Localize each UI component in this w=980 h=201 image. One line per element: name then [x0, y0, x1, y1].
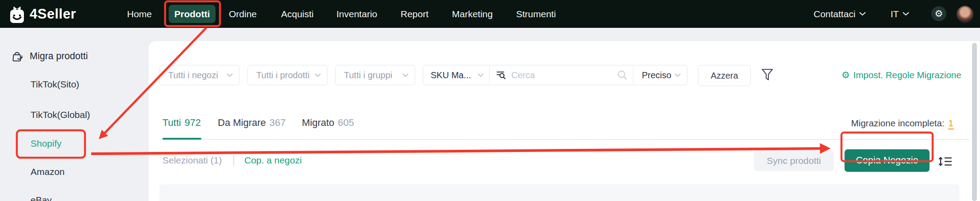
active-tab-underline	[162, 138, 201, 140]
tab-label: Tutti	[162, 117, 181, 128]
nav-item-home[interactable]: Home	[127, 0, 152, 28]
sku-match-dropdown[interactable]: SKU Ma...	[423, 65, 490, 85]
stores-dropdown[interactable]: Tutti i negozi	[159, 65, 239, 85]
tab-count: 605	[338, 117, 354, 128]
vertical-scrollbar[interactable]	[972, 43, 977, 201]
groups-dropdown-value: Tutti i gruppi	[344, 70, 392, 80]
tab-count: 972	[185, 117, 201, 128]
incomplete-label: Migrazione incompleta:	[851, 118, 945, 128]
shopping-bag-logo-icon	[9, 5, 25, 23]
chevron-down-icon	[315, 73, 321, 77]
search-group: SKU Ma... Preciso	[423, 65, 687, 85]
chevron-down-icon	[227, 73, 233, 77]
sidebar-item-tiktok-global[interactable]: TikTok(Global)	[31, 110, 90, 120]
incomplete-migration-status: Migrazione incompleta:1	[851, 118, 954, 129]
nav-item-marketing[interactable]: Marketing	[452, 0, 493, 28]
match-mode-value: Preciso	[642, 70, 671, 80]
search-options-icon	[496, 70, 506, 80]
nav-item-report[interactable]: Report	[401, 0, 428, 28]
tab-da-migrare[interactable]: Da Migrare367	[218, 117, 286, 129]
chevron-down-icon	[478, 73, 484, 77]
tab-count: 367	[270, 117, 286, 128]
tab-label: Migrato	[302, 117, 334, 128]
migration-rules-label: Impost. Regole Migrazione	[853, 70, 961, 80]
sidebar-section-label: Migra prodotti	[30, 51, 88, 62]
language-label: IT	[891, 9, 899, 19]
search-icon[interactable]	[617, 70, 628, 80]
products-dropdown-value: Tutti i prodotti	[256, 70, 309, 80]
sidebar-item-tiktok-sito[interactable]: TikTok(Sito)	[31, 79, 79, 90]
chevron-down-icon	[903, 12, 909, 16]
language-menu[interactable]: IT	[891, 0, 909, 28]
search-field	[490, 65, 633, 85]
column-settings-icon[interactable]	[938, 156, 952, 167]
nav-item-prodotti[interactable]: Prodotti	[169, 5, 216, 23]
tab-migrato[interactable]: Migrato605	[302, 117, 354, 129]
search-input[interactable]	[510, 70, 613, 81]
chevron-down-icon	[675, 73, 681, 77]
top-navbar: 4Seller Home Prodotti Ordine Acquisti In…	[0, 0, 980, 28]
chevron-down-icon	[859, 12, 866, 16]
contact-label: Contattaci	[814, 9, 856, 19]
nav-item-strumenti[interactable]: Strumenti	[516, 0, 556, 28]
brand-logo[interactable]: 4Seller	[9, 0, 76, 28]
stores-dropdown-value: Tutti i negozi	[168, 70, 218, 80]
table-header-row: Image Nome prodotto/Negozio Negozio/mag.…	[159, 184, 960, 201]
sidebar-section-migra-prodotti[interactable]: Migra prodotti	[12, 50, 88, 62]
copy-to-stores-link[interactable]: Cop. a negozi	[244, 155, 302, 166]
sidebar-item-ebay[interactable]: eBay	[31, 195, 52, 201]
sku-match-value: SKU Ma...	[431, 70, 471, 80]
nav-item-ordine[interactable]: Ordine	[229, 0, 257, 28]
divider	[233, 155, 234, 166]
migration-rules-link[interactable]: ⚙ Impost. Regole Migrazione	[841, 65, 961, 85]
migrate-products-icon	[12, 50, 23, 62]
selected-count-label: Selezionati (1)	[162, 155, 222, 166]
brand-name: 4Seller	[30, 6, 76, 22]
filter-funnel-icon[interactable]	[761, 68, 773, 81]
groups-dropdown[interactable]: Tutti i gruppi	[335, 65, 415, 85]
sync-products-button[interactable]: Sync prodotti	[754, 150, 834, 171]
tab-label: Da Migrare	[218, 117, 266, 128]
user-avatar[interactable]	[957, 6, 973, 23]
match-mode-dropdown[interactable]: Preciso	[633, 65, 687, 85]
clear-button[interactable]: Azzera	[698, 65, 751, 86]
gear-icon: ⚙	[935, 9, 943, 19]
nav-item-inventario[interactable]: Inventario	[336, 0, 377, 28]
page-background: Migra prodotti TikTok(Sito) TikTok(Globa…	[0, 28, 980, 201]
chevron-down-icon	[402, 73, 409, 77]
tab-tutti[interactable]: Tutti972	[162, 117, 201, 129]
products-dropdown[interactable]: Tutti i prodotti	[247, 65, 328, 85]
tabs-divider	[159, 139, 969, 140]
settings-button[interactable]: ⚙	[931, 6, 946, 21]
nav-item-acquisti[interactable]: Acquisti	[281, 0, 314, 28]
copy-store-button[interactable]: Copia Negozio	[845, 149, 930, 172]
sidebar-item-amazon[interactable]: Amazon	[31, 167, 65, 177]
sidebar-item-shopify[interactable]: Shopify	[31, 138, 62, 149]
content-panel: Tutti i negozi Tutti i prodotti Tutti i …	[149, 41, 980, 201]
contact-menu[interactable]: Contattaci	[814, 0, 866, 28]
incomplete-count[interactable]: 1	[948, 118, 954, 129]
gear-icon: ⚙	[841, 70, 850, 80]
